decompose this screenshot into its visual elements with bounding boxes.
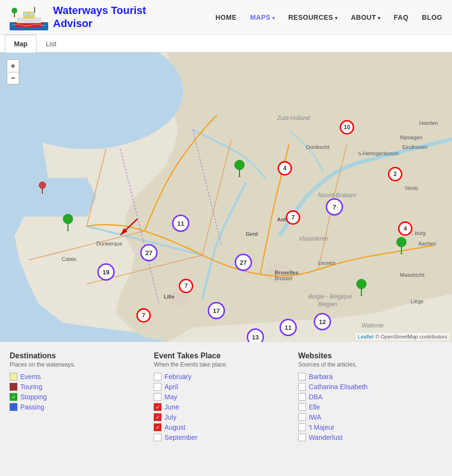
svg-text:Belgie - Belgique: Belgie - Belgique xyxy=(308,293,352,300)
svg-text:Lille: Lille xyxy=(164,294,174,299)
filter-stopping[interactable]: Stopping xyxy=(10,393,144,401)
september-checkbox[interactable] xyxy=(154,434,161,441)
websites-title: Websites xyxy=(298,352,433,360)
april-checkbox[interactable] xyxy=(154,383,161,391)
nav-home[interactable]: HOME xyxy=(215,14,237,21)
svg-rect-5 xyxy=(30,13,34,16)
filter-events[interactable]: Events xyxy=(10,373,144,381)
svg-text:Belgien: Belgien xyxy=(318,301,337,308)
svg-text:Vlaanderen: Vlaanderen xyxy=(299,235,329,242)
svg-text:Maastricht: Maastricht xyxy=(400,272,425,278)
iwa-checkbox[interactable] xyxy=(298,413,306,421)
svg-text:Ant...: Ant... xyxy=(277,217,291,222)
filter-dba[interactable]: DBA xyxy=(298,393,433,401)
svg-text:Nijmegen: Nijmegen xyxy=(400,135,422,140)
websites-col: Websites Sources of the articles. Barbar… xyxy=(298,352,442,444)
svg-point-7 xyxy=(12,8,17,14)
filter-june[interactable]: June xyxy=(154,403,288,411)
filter-touring[interactable]: Touring xyxy=(10,383,144,391)
may-checkbox[interactable] xyxy=(154,393,161,401)
filter-september[interactable]: September xyxy=(154,434,288,441)
tab-list[interactable]: List xyxy=(37,35,66,53)
wanderlust-checkbox[interactable] xyxy=(298,434,306,441)
event-takes-place-col: Event Takes Place When the Events take p… xyxy=(154,352,298,444)
events-checkbox[interactable] xyxy=(10,373,17,381)
destinations-subtitle: Places on the waterways. xyxy=(10,361,144,368)
svg-text:Bruxelles: Bruxelles xyxy=(275,270,299,275)
july-checkbox[interactable] xyxy=(154,413,161,421)
map-svg: Gent Bruxelles Brussel Lille Calais Ant.… xyxy=(0,53,452,342)
bottom-section: Destinations Places on the waterways. Ev… xyxy=(0,342,452,458)
svg-text:Eindhoven: Eindhoven xyxy=(402,144,427,150)
leaflet-link[interactable]: Leaflet xyxy=(358,334,374,340)
filter-may[interactable]: May xyxy=(154,393,288,401)
logo-text: Waterways Tourist Advisor xyxy=(53,4,146,30)
zoom-in-button[interactable]: + xyxy=(7,59,19,72)
touring-checkbox[interactable] xyxy=(10,383,17,391)
websites-subtitle: Sources of the articles. xyxy=(298,361,433,368)
svg-text:Aachen: Aachen xyxy=(418,241,436,246)
svg-text:Wallonie: Wallonie xyxy=(361,322,384,329)
passing-checkbox[interactable] xyxy=(10,403,17,411)
svg-text:Dunkerque: Dunkerque xyxy=(96,241,122,246)
svg-text:...burg: ...burg xyxy=(411,230,425,236)
main-nav: HOME MAPS RESOURCES ABOUT FAQ BLOG xyxy=(215,14,442,21)
header: Waterways Tourist Advisor HOME MAPS RESO… xyxy=(0,0,452,35)
svg-text:Gent: Gent xyxy=(246,231,258,237)
filter-barbara[interactable]: Barbara xyxy=(298,373,433,381)
map-attribution: Leaflet © OpenStreetMap contributors xyxy=(356,333,449,340)
filter-february[interactable]: February xyxy=(154,373,288,381)
filter-iwa[interactable]: IWA xyxy=(298,413,433,421)
svg-text:Venlo: Venlo xyxy=(405,185,418,191)
nav-maps[interactable]: MAPS xyxy=(250,14,275,21)
svg-text:Dordrecht: Dordrecht xyxy=(306,144,329,150)
stopping-checkbox[interactable] xyxy=(10,393,17,401)
zoom-out-button[interactable]: − xyxy=(7,72,19,84)
august-checkbox[interactable] xyxy=(154,423,161,431)
dba-checkbox[interactable] xyxy=(298,393,306,401)
svg-text:Liège: Liège xyxy=(411,299,424,304)
svg-text:Brussel: Brussel xyxy=(275,275,292,281)
svg-rect-4 xyxy=(24,13,28,16)
catharina-checkbox[interactable] xyxy=(298,383,306,391)
february-checkbox[interactable] xyxy=(154,373,161,381)
svg-text:Calais: Calais xyxy=(62,256,77,262)
tmajeur-checkbox[interactable] xyxy=(298,423,306,431)
svg-text:Leuven: Leuven xyxy=(318,260,335,266)
filter-tmajeur[interactable]: 't Majeur xyxy=(298,423,433,431)
event-takes-place-title: Event Takes Place xyxy=(154,352,288,360)
filter-april[interactable]: April xyxy=(154,383,288,391)
barbara-checkbox[interactable] xyxy=(298,373,306,381)
nav-blog[interactable]: BLOG xyxy=(422,14,442,21)
filter-catharina[interactable]: Catharina Elisabeth xyxy=(298,383,433,391)
event-takes-place-subtitle: When the Events take place. xyxy=(154,361,288,368)
logo-icon xyxy=(10,4,48,30)
map-container[interactable]: Gent Bruxelles Brussel Lille Calais Ant.… xyxy=(0,53,452,342)
filter-august[interactable]: August xyxy=(154,423,288,431)
destinations-title: Destinations xyxy=(10,352,144,360)
svg-text:Zuid-Holland: Zuid-Holland xyxy=(277,115,310,122)
filter-july[interactable]: July xyxy=(154,413,288,421)
filter-elle[interactable]: Elle xyxy=(298,403,433,411)
june-checkbox[interactable] xyxy=(154,403,161,411)
elle-checkbox[interactable] xyxy=(298,403,306,411)
destinations-col: Destinations Places on the waterways. Ev… xyxy=(10,352,154,444)
logo-area: Waterways Tourist Advisor xyxy=(10,4,146,30)
svg-marker-13 xyxy=(0,178,96,217)
filter-passing[interactable]: Passing xyxy=(10,403,144,411)
tabs: Map List xyxy=(0,35,452,53)
svg-text:Heerlen: Heerlen xyxy=(419,120,438,126)
nav-resources[interactable]: RESOURCES xyxy=(288,14,337,21)
filter-wanderlust[interactable]: Wanderlust xyxy=(298,434,433,441)
nav-about[interactable]: ABOUT xyxy=(351,14,380,21)
svg-text:'s-Hertogenbosch: 's-Hertogenbosch xyxy=(358,150,399,156)
tab-map[interactable]: Map xyxy=(5,35,37,53)
nav-faq[interactable]: FAQ xyxy=(394,14,408,21)
zoom-controls: + − xyxy=(7,59,19,84)
svg-text:Noord-Brabant: Noord-Brabant xyxy=(318,192,356,199)
